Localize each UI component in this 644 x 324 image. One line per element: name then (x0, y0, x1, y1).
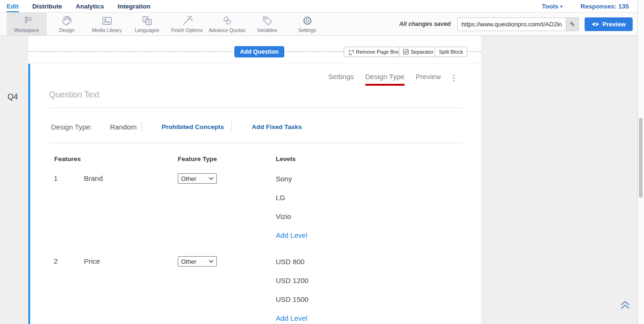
feature-number: 2 (49, 252, 84, 271)
level-item[interactable]: Sony (276, 169, 462, 188)
feature-row: 1 Brand Other Sony LG Vizio Add Level (49, 169, 462, 244)
eye-icon (592, 22, 599, 27)
magic-wand-icon (182, 15, 193, 26)
split-block-button[interactable]: Split Block (435, 47, 467, 57)
double-chevron-up-icon (619, 300, 631, 310)
add-fixed-tasks-link[interactable]: Add Fixed Tasks (252, 123, 302, 130)
toolbar-item-settings[interactable]: Settings (287, 13, 327, 35)
design-type-value: Random (110, 123, 137, 131)
feature-type-select[interactable]: Other (178, 173, 217, 184)
toolbar-item-advance-quotas[interactable]: Advance Quotas (207, 13, 247, 35)
question-card: Settings Design Type Preview Design Type… (28, 64, 481, 324)
level-item[interactable]: USD 800 (276, 252, 462, 271)
nav-item-edit[interactable]: Edit (7, 0, 19, 12)
translate-icon: 文 A (141, 15, 153, 26)
preview-button[interactable]: Preview (585, 17, 633, 31)
separator-label: Separator (411, 49, 433, 55)
feature-number: 1 (49, 169, 84, 188)
toolbar-item-label: Languages (135, 27, 159, 33)
feature-type-select[interactable]: Other (178, 256, 217, 267)
survey-url-box: ✎ (457, 17, 579, 31)
feature-row: 2 Price Other USD 800 USD 1200 USD 1500 … (49, 252, 462, 324)
tab-design-type[interactable]: Design Type (365, 73, 405, 86)
divider (49, 143, 462, 143)
add-question-button[interactable]: Add Question (234, 46, 284, 57)
pencil-icon: ✎ (570, 21, 575, 28)
top-nav: Edit Distribute Analytics Integration To… (0, 0, 637, 13)
level-item[interactable]: USD 1200 (276, 271, 462, 290)
nav-item-analytics[interactable]: Analytics (76, 0, 104, 12)
chevron-down-icon: ▾ (560, 4, 562, 9)
gear-icon (302, 15, 313, 26)
toolbar-item-workspace[interactable]: Workspace (7, 13, 47, 35)
chain-links-icon (222, 15, 233, 26)
svg-text:A: A (148, 20, 150, 24)
toolbar-item-label: Media Library (92, 27, 122, 33)
toolbar-item-label: Finish Options (171, 27, 203, 33)
question-number: Q4 (8, 92, 18, 101)
prohibited-concepts-link[interactable]: Prohibited Concepts (162, 123, 224, 130)
tab-preview[interactable]: Preview (416, 73, 441, 84)
scrollbar-track[interactable] (637, 0, 644, 324)
separator-button[interactable]: Separator (399, 47, 438, 57)
toolbar-item-finish-options[interactable]: Finish Options (167, 13, 207, 35)
toolbar-item-label: Design (59, 27, 74, 33)
level-item[interactable]: USD 1500 (276, 290, 462, 308)
chevron-down-icon (209, 260, 214, 263)
toolbar-item-media-library[interactable]: Media Library (87, 13, 127, 35)
toolbar-right: All changes saved ✎ Preview (399, 13, 637, 35)
tools-menu[interactable]: Tools ▾ (542, 3, 562, 10)
features-table: Features Feature Type Levels 1 Brand Oth… (49, 155, 462, 324)
feature-type-value: Other (181, 258, 197, 265)
toolbar-item-variables[interactable]: Variables (247, 13, 287, 35)
toolbar-item-label: Advance Quotas (209, 27, 246, 33)
toolbar-item-design[interactable]: Design (47, 13, 87, 35)
question-text-wrap (49, 90, 462, 108)
divider (141, 122, 142, 132)
features-table-header: Features Feature Type Levels (49, 155, 462, 162)
chevron-down-icon (209, 177, 214, 180)
edit-url-button[interactable]: ✎ (566, 18, 578, 31)
feature-name[interactable]: Brand (84, 169, 178, 188)
tag-icon (262, 15, 273, 26)
checkbox-checked-icon (403, 49, 409, 55)
add-level-link[interactable]: Add Level (276, 308, 462, 324)
unlink-icon (348, 49, 354, 55)
design-type-label: Design Type: (51, 123, 92, 131)
remove-page-break-label: Remove Page Break (356, 49, 404, 55)
survey-url-input[interactable] (458, 18, 566, 31)
split-block-label: Split Block (439, 49, 463, 55)
add-level-link[interactable]: Add Level (276, 226, 462, 244)
tab-settings[interactable]: Settings (328, 73, 354, 84)
nav-right: Tools ▾ Responses: 135 (542, 0, 637, 12)
level-item[interactable]: LG (276, 188, 462, 207)
design-type-row: Design Type: Random Prohibited Concepts … (51, 122, 462, 132)
question-tabs: Settings Design Type Preview (30, 73, 456, 86)
divider (231, 122, 232, 132)
scroll-to-top-button[interactable] (619, 300, 631, 312)
nav-item-integration[interactable]: Integration (118, 0, 151, 12)
feature-type-value: Other (181, 175, 197, 182)
save-status: All changes saved (399, 21, 451, 27)
feature-name[interactable]: Price (84, 252, 178, 271)
header-feature-type: Feature Type (178, 155, 276, 162)
levels-list: Sony LG Vizio Add Level (276, 169, 462, 244)
toolbar-item-label: Settings (298, 27, 316, 33)
toolbar-item-label: Variables (257, 27, 277, 33)
question-menu-button[interactable] (452, 73, 456, 81)
header-features: Features (49, 155, 178, 162)
levels-list: USD 800 USD 1200 USD 1500 Add Level (276, 252, 462, 324)
workspace-icon (21, 15, 33, 26)
toolbar-item-languages[interactable]: 文 A Languages (127, 13, 167, 35)
level-item[interactable]: Vizio (276, 207, 462, 226)
question-text-input[interactable] (49, 90, 462, 100)
scrollbar-thumb[interactable] (639, 118, 643, 198)
edit-toolbar: Workspace Design Media Library 文 A Langu… (0, 13, 637, 36)
header-levels: Levels (276, 155, 462, 162)
palette-icon (61, 15, 73, 26)
preview-label: Preview (603, 21, 626, 28)
nav-item-distribute[interactable]: Distribute (33, 0, 62, 12)
responses-link[interactable]: Responses: 135 (580, 3, 629, 10)
tools-label: Tools (542, 3, 558, 10)
toolbar-item-label: Workspace (14, 27, 39, 33)
